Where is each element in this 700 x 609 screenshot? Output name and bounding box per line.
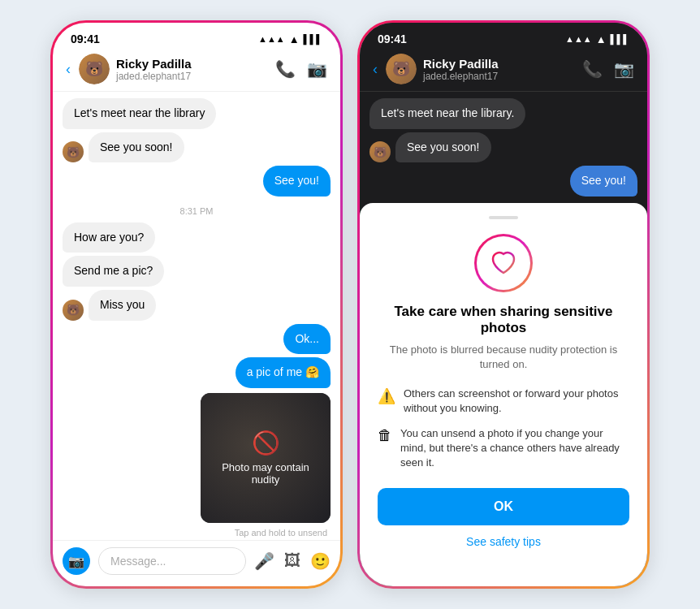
- chat-header-left: ‹ 🐻 Ricky Padilla jaded.elephant17 📞 📷: [53, 49, 340, 92]
- bubble-library: Let's meet near the library: [63, 98, 216, 129]
- bottom-sheet: Take care when sharing sensitive photos …: [360, 203, 647, 586]
- sheet-title: Take care when sharing sensitive photos: [378, 304, 629, 336]
- warning-text-2: You can unsend a photo if you change you…: [400, 426, 629, 471]
- emoji-icon[interactable]: 🙂: [310, 551, 331, 571]
- video-icon-left[interactable]: 📷: [307, 59, 327, 79]
- dark-bubble-seeyou: See you!: [570, 166, 637, 197]
- signal-icon-right: ▲▲▲: [565, 34, 592, 44]
- small-avatar-1: 🐻: [63, 141, 84, 162]
- warning-icon-1: ⚠️: [378, 387, 395, 405]
- camera-button[interactable]: 📷: [63, 547, 90, 575]
- status-icons-right: ▲▲▲ ▲ ▌▌▌: [565, 33, 629, 45]
- msg-row-8: a pic of me 🤗: [63, 357, 331, 388]
- small-avatar-2: 🐻: [63, 300, 84, 321]
- wifi-icon: ▲: [289, 33, 300, 45]
- heart-icon: [489, 248, 518, 278]
- msg-row-4: How are you?: [63, 222, 331, 253]
- back-button-right[interactable]: ‹: [373, 61, 378, 78]
- nudity-icon: 🚫: [252, 430, 280, 456]
- sheet-subtitle: The photo is blurred because nudity prot…: [378, 343, 629, 372]
- warning-text-1: Others can screenshot or forward your ph…: [404, 387, 629, 416]
- dark-msg-2: 🐻 See you soon!: [369, 132, 637, 163]
- bubble-seeyou: See you!: [263, 166, 331, 197]
- bubble-picofme: a pic of me 🤗: [235, 357, 331, 388]
- contact-username-right: jaded.elephant17: [423, 71, 576, 82]
- status-bar-left: 09:41 ▲▲▲ ▲ ▌▌▌: [53, 23, 340, 49]
- battery-icon-right: ▌▌▌: [611, 34, 629, 44]
- sheet-handle: [489, 216, 518, 219]
- contact-name-left: Ricky Padilla: [116, 57, 269, 71]
- msg-row-1: Let's meet near the library: [63, 98, 331, 129]
- safety-tips-link[interactable]: See safety tips: [466, 535, 541, 548]
- video-icon-right[interactable]: 📷: [614, 59, 634, 79]
- warning-2: 🗑 You can unsend a photo if you change y…: [378, 426, 629, 471]
- nudity-text: Photo may containnudity: [222, 461, 309, 486]
- chat-header-right: ‹ 🐻 Ricky Padilla jaded.elephant17 📞 📷: [360, 49, 647, 92]
- call-icon-right[interactable]: 📞: [582, 59, 603, 79]
- avatar-right: 🐻: [386, 54, 417, 84]
- time-right: 09:41: [378, 32, 407, 45]
- back-button-left[interactable]: ‹: [66, 61, 71, 78]
- input-placeholder: Message...: [110, 555, 166, 568]
- heart-circle: [474, 234, 533, 292]
- wifi-icon-right: ▲: [596, 33, 607, 45]
- call-icon-left[interactable]: 📞: [275, 59, 296, 79]
- timestamp-831: 8:31 PM: [63, 206, 331, 216]
- battery-icon: ▌▌▌: [304, 34, 322, 44]
- dark-msg-3: See you!: [369, 166, 637, 197]
- time-left: 09:41: [71, 32, 100, 45]
- msg-row-5: Send me a pic?: [63, 256, 331, 287]
- left-phone: 09:41 ▲▲▲ ▲ ▌▌▌ ‹ 🐻 Ricky Padilla jaded.…: [50, 20, 343, 589]
- status-bar-right: 09:41 ▲▲▲ ▲ ▌▌▌: [360, 23, 647, 49]
- mic-icon[interactable]: 🎤: [254, 551, 274, 571]
- msg-row-2: 🐻 See you soon!: [63, 132, 331, 163]
- right-phone: 09:41 ▲▲▲ ▲ ▌▌▌ ‹ 🐻 Ricky Padilla jaded.…: [357, 20, 650, 589]
- bubble-sendpic: Send me a pic?: [63, 256, 164, 287]
- unsend-hint: Tap and hold to unsend: [63, 528, 331, 538]
- input-bar-left: 📷 Message... 🎤 🖼 🙂: [53, 540, 340, 586]
- message-input[interactable]: Message...: [98, 547, 246, 575]
- chat-area-left: Let's meet near the library 🐻 See you so…: [53, 92, 340, 540]
- bubble-howareyou: How are you?: [63, 222, 155, 253]
- dark-chat-area: Let's meet near the library. 🐻 See you s…: [360, 92, 647, 203]
- contact-name-right: Ricky Padilla: [423, 57, 576, 71]
- avatar-left: 🐻: [79, 54, 110, 84]
- dark-bubble-library: Let's meet near the library.: [369, 98, 525, 129]
- ok-button[interactable]: OK: [378, 488, 629, 525]
- dark-msg-1: Let's meet near the library.: [369, 98, 637, 129]
- msg-row-7: Ok...: [63, 324, 331, 355]
- msg-row-3: See you!: [63, 166, 331, 197]
- contact-username-left: jaded.elephant17: [116, 71, 269, 82]
- blurred-photo-container: 🚫 Photo may containnudity: [201, 393, 331, 523]
- bubble-ok: Ok...: [283, 324, 331, 355]
- warning-1: ⚠️ Others can screenshot or forward your…: [378, 387, 629, 416]
- status-icons-left: ▲▲▲ ▲ ▌▌▌: [258, 33, 322, 45]
- dark-small-avatar: 🐻: [369, 141, 391, 162]
- bubble-seeyousoon: See you soon!: [89, 132, 184, 163]
- msg-row-6: 🐻 Miss you: [63, 290, 331, 321]
- gallery-icon[interactable]: 🖼: [284, 551, 300, 571]
- signal-icon: ▲▲▲: [258, 34, 285, 44]
- bubble-missyou: Miss you: [89, 290, 156, 321]
- blurred-photo: 🚫 Photo may containnudity: [201, 393, 331, 523]
- trash-icon: 🗑: [378, 427, 392, 444]
- dark-bubble-seeyousoon: See you soon!: [395, 132, 491, 163]
